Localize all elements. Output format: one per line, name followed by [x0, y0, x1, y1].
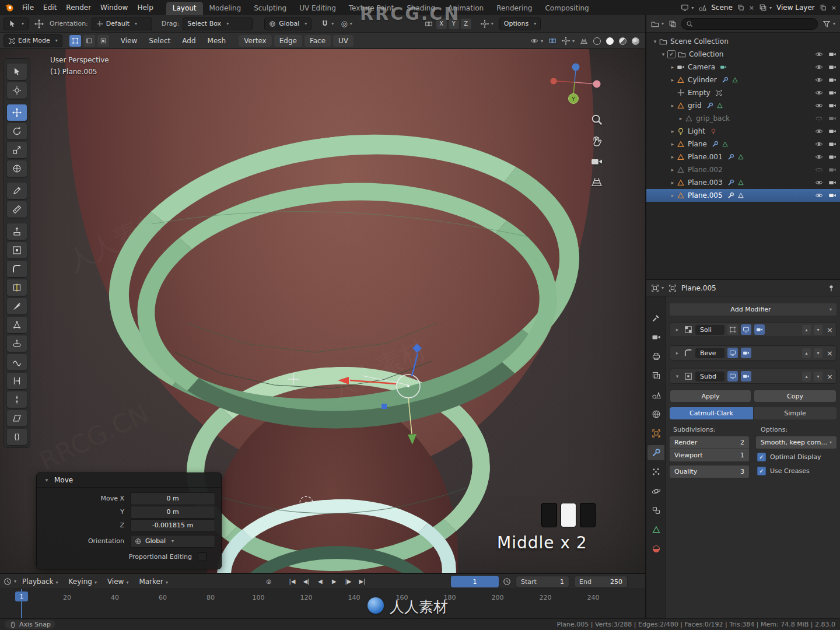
active-tool-selector[interactable]: [4, 18, 29, 30]
menu-playback[interactable]: Playback: [18, 576, 63, 587]
eye-icon[interactable]: [815, 178, 823, 187]
expand-icon[interactable]: [668, 77, 677, 83]
tool-select-box[interactable]: [7, 64, 27, 80]
workspace-tab-sculpting[interactable]: Sculpting: [247, 2, 293, 15]
vertex-select-mode-button[interactable]: [69, 35, 81, 47]
eye-icon[interactable]: [815, 102, 823, 110]
render-visibility-icon[interactable]: [828, 63, 836, 71]
tab-render[interactable]: [648, 330, 664, 345]
shading-rendered-button[interactable]: [632, 37, 639, 45]
quality-field[interactable]: Quality3: [670, 466, 749, 478]
expand-icon[interactable]: [668, 192, 677, 198]
outliner-row-plane-001[interactable]: Plane.001: [646, 150, 840, 163]
move-modifier-down-button[interactable]: [814, 372, 822, 382]
outliner-row-collection[interactable]: Collection: [646, 48, 840, 61]
tab-material[interactable]: [648, 541, 664, 556]
tab-object-data[interactable]: [648, 522, 664, 537]
expand-icon[interactable]: [673, 373, 681, 379]
play-reverse-button[interactable]: ◀: [314, 576, 327, 587]
move-modifier-up-button[interactable]: [802, 348, 811, 358]
render-display-toggle[interactable]: [741, 371, 751, 382]
eye-closed-icon[interactable]: [815, 114, 823, 123]
catmull-clark-toggle[interactable]: Catmull-Clark: [670, 407, 753, 419]
menu-uv[interactable]: UV: [333, 35, 354, 47]
mode-dropdown[interactable]: Edit Mode: [4, 34, 62, 47]
tool-transform[interactable]: [7, 160, 27, 177]
render-visibility-icon[interactable]: [828, 114, 836, 123]
workspace-tab-modeling[interactable]: Modeling: [203, 2, 248, 15]
outliner-row-empty[interactable]: Empty: [646, 86, 840, 99]
pan-hand-icon[interactable]: [590, 134, 603, 147]
current-frame-field[interactable]: 1: [451, 576, 499, 587]
tab-modifiers[interactable]: [648, 445, 664, 460]
render-visibility-icon[interactable]: [828, 102, 836, 110]
show-gizmo-toggle[interactable]: [562, 37, 575, 45]
tool-loop-cut[interactable]: [7, 279, 27, 296]
panel-divider[interactable]: [645, 15, 646, 618]
tab-constraints[interactable]: [648, 503, 664, 518]
expand-icon[interactable]: [668, 64, 677, 70]
proportional-editing-toggle[interactable]: [341, 19, 352, 28]
collection-checkbox[interactable]: [667, 50, 676, 58]
view-layer-name[interactable]: View Layer: [776, 4, 815, 12]
menu-face[interactable]: Face: [304, 35, 331, 47]
editor-type-selector[interactable]: [651, 20, 664, 28]
add-modifier-dropdown[interactable]: Add Modifier: [670, 303, 836, 316]
render-visibility-icon[interactable]: [828, 166, 836, 174]
next-keyframe-button[interactable]: |▶: [342, 576, 355, 587]
expand-icon[interactable]: [668, 103, 677, 108]
outliner-row-light[interactable]: Light: [646, 125, 840, 138]
menu-add[interactable]: Add: [177, 36, 200, 46]
eye-icon[interactable]: [815, 153, 823, 161]
playhead-badge[interactable]: 1: [15, 592, 28, 601]
eye-icon[interactable]: [815, 76, 823, 84]
timeline-ruler[interactable]: 20 40 60 80 100 120 140 160 180 200 220 …: [0, 589, 645, 620]
tool-edge-slide[interactable]: [7, 373, 27, 389]
previous-keyframe-button[interactable]: ◀|: [300, 576, 313, 587]
move-z-field[interactable]: -0.001815 m: [130, 519, 215, 532]
delete-modifier-icon[interactable]: [827, 326, 833, 334]
end-frame-field[interactable]: End250: [574, 576, 628, 587]
unlink-scene-icon[interactable]: ×: [749, 4, 754, 12]
eye-icon[interactable]: [815, 140, 823, 148]
tool-rip-region[interactable]: [7, 429, 27, 445]
perspective-grid-icon[interactable]: [580, 37, 588, 45]
move-modifier-up-button[interactable]: [802, 372, 811, 382]
tool-move[interactable]: [7, 104, 27, 121]
expand-icon[interactable]: [673, 327, 681, 332]
remove-view-layer-icon[interactable]: ×: [831, 4, 836, 12]
move-operator-panel[interactable]: Move Move X 0 m Y 0 m Z -0.001815 m Orie…: [36, 473, 222, 569]
tab-particles[interactable]: [648, 464, 664, 480]
workspace-tab-rendering[interactable]: Rendering: [490, 2, 538, 15]
render-display-toggle[interactable]: [741, 348, 751, 358]
tool-extrude-region[interactable]: [7, 223, 27, 240]
move-modifier-up-button[interactable]: [802, 325, 811, 335]
delete-modifier-icon[interactable]: [827, 349, 833, 358]
render-visibility-icon[interactable]: [828, 76, 836, 84]
tool-spin[interactable]: [7, 335, 27, 352]
outliner-search-input[interactable]: [681, 18, 818, 30]
menu-file[interactable]: File: [18, 2, 38, 13]
optimal-display-checkbox[interactable]: [757, 453, 766, 461]
jump-to-start-button[interactable]: |◀: [286, 576, 299, 587]
xray-toggle[interactable]: [548, 37, 556, 45]
expand-icon[interactable]: [668, 180, 677, 186]
orientation-dropdown[interactable]: Default: [92, 18, 152, 30]
realtime-display-toggle[interactable]: [727, 348, 738, 358]
new-scene-icon[interactable]: [737, 4, 744, 11]
record-button[interactable]: ◎: [262, 576, 275, 587]
tool-inset-faces[interactable]: [7, 242, 27, 258]
render-subdivisions-field[interactable]: Render2: [670, 436, 749, 449]
edge-select-mode-button[interactable]: [83, 35, 95, 47]
outliner-row-plane[interactable]: Plane: [646, 138, 840, 150]
jump-to-end-button[interactable]: ▶|: [356, 576, 369, 587]
start-frame-field[interactable]: Start1: [516, 576, 569, 587]
workspace-tab-compositing[interactable]: Compositing: [538, 2, 595, 15]
eye-icon[interactable]: [815, 63, 823, 71]
expand-icon[interactable]: [668, 154, 677, 160]
tool-scale[interactable]: [7, 142, 27, 158]
show-overlays-toggle[interactable]: [530, 37, 543, 45]
menu-view[interactable]: View: [103, 576, 134, 587]
menu-select[interactable]: Select: [144, 36, 175, 46]
realtime-display-toggle[interactable]: [741, 324, 751, 335]
